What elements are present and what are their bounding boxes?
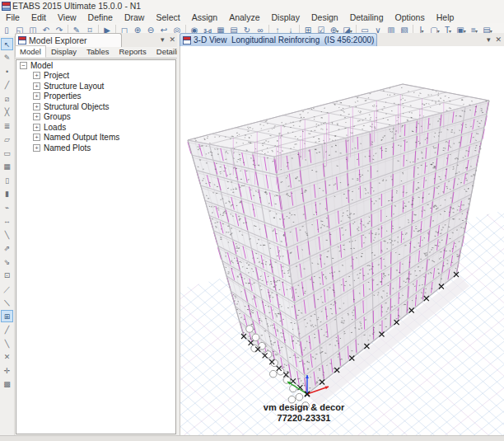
explorer-tabs: ModelDisplayTablesReportsDetailing bbox=[15, 47, 178, 59]
expand-icon[interactable]: + bbox=[33, 72, 40, 79]
app-titlebar: ETABS 2015 Ultimate 15.0.0 - N1 bbox=[0, 0, 504, 12]
menu-file[interactable]: File bbox=[0, 12, 26, 23]
watermark-line1: vm design & decor bbox=[230, 402, 378, 413]
explorer-tab-display[interactable]: Display bbox=[46, 45, 82, 58]
menu-display[interactable]: Display bbox=[266, 12, 306, 23]
quick-draw-floor-icon[interactable]: ▦ bbox=[1, 160, 13, 172]
tree-item-project[interactable]: +Project bbox=[16, 71, 175, 82]
snap-to-edge-icon[interactable]: ＼ bbox=[1, 296, 13, 308]
3d-view-tab[interactable]: 3-D View Longitudinal Reinforcing (IS 45… bbox=[180, 33, 377, 46]
menu-define[interactable]: Define bbox=[82, 12, 119, 23]
menu-design[interactable]: Design bbox=[306, 12, 344, 23]
expand-icon[interactable]: + bbox=[33, 82, 40, 90]
tree-item-label: Named Plots bbox=[44, 143, 91, 152]
tree-item-properties[interactable]: +Properties bbox=[16, 91, 175, 102]
tree-item-named-plots[interactable]: +Named Plots bbox=[16, 143, 175, 153]
etabs-logo-icon bbox=[2, 2, 11, 11]
menu-assign[interactable]: Assign bbox=[186, 12, 224, 23]
menu-bar: FileEditViewDefineDrawSelectAssignAnalyz… bbox=[0, 12, 504, 23]
explorer-title: Model Explorer bbox=[29, 35, 87, 45]
draw-section-cut-icon[interactable]: ⇘ bbox=[1, 256, 13, 268]
explorer-tab-reports[interactable]: Reports bbox=[114, 45, 152, 58]
tree-item-label: Model bbox=[30, 61, 53, 70]
explorer-dropdown-icon[interactable]: ▾ bbox=[161, 35, 165, 45]
snap-to-perpendicular-icon[interactable]: ╱ bbox=[1, 323, 13, 335]
app-title: ETABS 2015 Ultimate 15.0.0 - N1 bbox=[12, 1, 141, 11]
expand-icon[interactable]: + bbox=[33, 134, 40, 141]
tree-item-label: Structure Layout bbox=[44, 82, 104, 91]
etabs-window: { "app": { "title": "ETABS 2015 Ultimate… bbox=[0, 0, 504, 441]
fine-grid-icon[interactable]: ▩ bbox=[1, 378, 13, 390]
expand-icon[interactable]: + bbox=[33, 103, 40, 110]
model-explorer-panel: Model Explorer ▾ ✕ ModelDisplayTablesRep… bbox=[15, 33, 178, 435]
tree-item-model[interactable]: −Model bbox=[16, 60, 175, 71]
draw-wall-icon[interactable]: ▯ bbox=[1, 174, 13, 186]
snap-to-grid-icon[interactable]: ⊡ bbox=[1, 269, 13, 281]
reshape-object-icon[interactable]: ✎ bbox=[1, 51, 13, 63]
menu-detailing[interactable]: Detailing bbox=[344, 12, 390, 23]
draw-joint-icon[interactable]: • bbox=[1, 65, 13, 77]
menu-help[interactable]: Help bbox=[431, 12, 460, 23]
menu-edit[interactable]: Edit bbox=[26, 12, 52, 23]
view-dropdown-icon[interactable]: ▾ bbox=[487, 35, 491, 45]
quick-draw-secondary-beams-icon[interactable]: ≣ bbox=[1, 120, 13, 132]
snap-to-line-icon[interactable]: ／ bbox=[1, 283, 13, 295]
menu-view[interactable]: View bbox=[52, 12, 82, 23]
menu-options[interactable]: Options bbox=[390, 12, 431, 23]
explorer-tab-tables[interactable]: Tables bbox=[82, 45, 114, 58]
watermark-line2: 77220-23331 bbox=[230, 413, 378, 424]
snap-to-point-icon[interactable]: ✛ bbox=[1, 364, 13, 377]
tree-item-label: Properties bbox=[44, 91, 82, 101]
collapse-icon[interactable]: − bbox=[20, 62, 27, 69]
3d-model-canvas[interactable] bbox=[180, 46, 504, 435]
menu-select[interactable]: Select bbox=[150, 12, 185, 23]
new-model-icon[interactable]: ▯ bbox=[0, 24, 13, 36]
snap-off-icon[interactable]: ✕ bbox=[1, 350, 13, 363]
explorer-tab-model[interactable]: Model bbox=[15, 45, 46, 58]
3d-view-window: 3-D View Longitudinal Reinforcing (IS 45… bbox=[180, 33, 504, 435]
draw-toolbar: ↖✎•╱⧄╳≣▱▭▦▯▮⌁↔╲⇗⇘⊡／＼⊞╱╲✕✛▩ bbox=[0, 36, 15, 441]
tree-item-label: Named Output Items bbox=[44, 133, 119, 142]
explorer-close-icon[interactable]: ✕ bbox=[169, 35, 175, 45]
select-pointer-icon[interactable]: ↖ bbox=[1, 38, 13, 50]
expand-icon[interactable]: + bbox=[33, 92, 40, 100]
explorer-panel-icon bbox=[18, 36, 26, 45]
expand-icon[interactable]: + bbox=[33, 124, 40, 131]
snap-to-nearest-icon[interactable]: ╲ bbox=[1, 337, 13, 350]
tree-item-loads[interactable]: +Loads bbox=[16, 122, 175, 133]
tree-item-structure-layout[interactable]: +Structure Layout bbox=[16, 81, 175, 91]
draw-develop-elev-icon[interactable]: ⇗ bbox=[1, 242, 13, 254]
draw-reference-icon[interactable]: ╲ bbox=[1, 228, 13, 241]
draw-dimension-icon[interactable]: ↔ bbox=[1, 214, 13, 227]
menu-analyze[interactable]: Analyze bbox=[223, 12, 265, 23]
menu-draw[interactable]: Draw bbox=[119, 12, 151, 23]
3d-view-title: 3-D View Longitudinal Reinforcing (IS 45… bbox=[194, 35, 374, 45]
tree-item-structural-objects[interactable]: +Structural Objects bbox=[16, 101, 175, 112]
tree-item-named-output-items[interactable]: +Named Output Items bbox=[16, 133, 175, 143]
tree-item-groups[interactable]: +Groups bbox=[16, 112, 175, 123]
draw-frame-icon[interactable]: ╱ bbox=[1, 78, 13, 91]
expand-icon[interactable]: + bbox=[33, 144, 40, 152]
status-strip bbox=[0, 435, 504, 441]
draw-rect-floor-icon[interactable]: ▭ bbox=[1, 147, 13, 159]
3d-viewport[interactable]: vm design & decor 77220-23331 bbox=[180, 46, 504, 435]
watermark: vm design & decor 77220-23331 bbox=[230, 402, 378, 424]
tree-item-label: Structural Objects bbox=[44, 102, 109, 111]
draw-floor-icon[interactable]: ▱ bbox=[1, 133, 13, 145]
snap-to-intersection-icon[interactable]: ⊞ bbox=[1, 310, 13, 322]
expand-icon[interactable]: + bbox=[33, 113, 40, 120]
quick-draw-frame-icon[interactable]: ⧄ bbox=[1, 92, 13, 105]
tree-item-label: Loads bbox=[44, 123, 66, 132]
3d-view-icon-small bbox=[183, 36, 191, 45]
draw-link-icon[interactable]: ⌁ bbox=[1, 201, 13, 213]
quick-draw-braces-icon[interactable]: ╳ bbox=[1, 106, 13, 118]
view-close-icon[interactable]: ✕ bbox=[495, 35, 502, 45]
tree-item-label: Groups bbox=[44, 112, 71, 121]
quick-draw-wall-icon[interactable]: ▮ bbox=[1, 187, 13, 199]
model-tree: −Model+Project+Structure Layout+Properti… bbox=[16, 59, 176, 434]
3d-view-header[interactable]: 3-D View Longitudinal Reinforcing (IS 45… bbox=[180, 33, 504, 46]
tree-item-label: Project bbox=[44, 71, 69, 80]
